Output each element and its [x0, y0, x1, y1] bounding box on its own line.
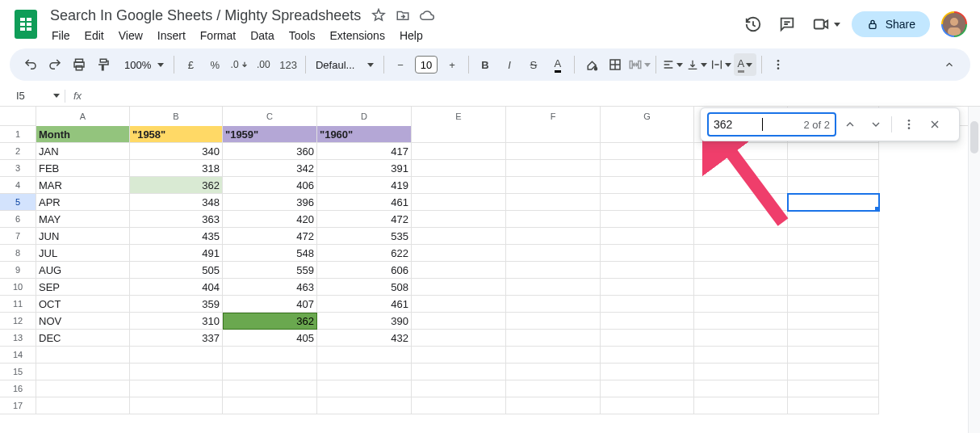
- star-icon[interactable]: [371, 7, 387, 23]
- cell-A14[interactable]: [36, 347, 130, 364]
- cell-H16[interactable]: [694, 380, 788, 397]
- cell-G10[interactable]: [601, 279, 694, 296]
- cell-G3[interactable]: [601, 160, 694, 177]
- cell-G7[interactable]: [601, 228, 694, 245]
- cell-H5[interactable]: [694, 194, 788, 211]
- cell-D14[interactable]: [317, 347, 412, 364]
- cell-F14[interactable]: [506, 347, 601, 364]
- currency-button[interactable]: £: [179, 53, 202, 76]
- bold-button[interactable]: B: [474, 53, 496, 76]
- cell-E14[interactable]: [412, 347, 506, 364]
- find-input[interactable]: 362: [714, 118, 762, 131]
- cell-E3[interactable]: [412, 160, 506, 177]
- history-icon[interactable]: [742, 13, 764, 36]
- cell-C5[interactable]: 396: [223, 194, 317, 211]
- cell-I9[interactable]: [788, 262, 879, 279]
- cell-D12[interactable]: 390: [317, 313, 412, 330]
- cell-G17[interactable]: [601, 397, 694, 414]
- cell-B4[interactable]: 362: [130, 177, 223, 194]
- column-header-C[interactable]: C: [223, 107, 317, 126]
- row-header-6[interactable]: 6: [0, 211, 36, 228]
- cell-C1[interactable]: "1959": [223, 126, 317, 143]
- cell-E1[interactable]: [412, 126, 506, 143]
- collapse-toolbar-button[interactable]: [938, 53, 961, 76]
- name-box[interactable]: I5: [0, 90, 65, 102]
- cell-D8[interactable]: 622: [317, 245, 412, 262]
- row-header-2[interactable]: 2: [0, 143, 36, 160]
- row-header-16[interactable]: 16: [0, 380, 36, 397]
- strike-button[interactable]: S: [522, 53, 545, 76]
- paint-format-button[interactable]: [92, 53, 115, 76]
- column-header-F[interactable]: F: [506, 107, 601, 126]
- cell-E13[interactable]: [412, 330, 506, 347]
- cell-D7[interactable]: 535: [317, 228, 412, 245]
- increase-font-button[interactable]: +: [441, 53, 463, 76]
- cloud-status-icon[interactable]: [419, 7, 435, 23]
- column-header-A[interactable]: A: [36, 107, 130, 126]
- cell-C10[interactable]: 463: [223, 279, 317, 296]
- menu-view[interactable]: View: [112, 26, 149, 45]
- menu-edit[interactable]: Edit: [78, 26, 111, 45]
- menu-insert[interactable]: Insert: [151, 26, 192, 45]
- cell-E15[interactable]: [412, 364, 506, 380]
- move-icon[interactable]: [395, 7, 411, 23]
- valign-button[interactable]: [685, 53, 708, 76]
- merge-button[interactable]: [628, 53, 651, 76]
- find-input-wrap[interactable]: 362 2 of 2: [707, 112, 836, 137]
- cell-I7[interactable]: [788, 228, 879, 245]
- zoom-selector[interactable]: 100%: [116, 59, 169, 71]
- cell-F3[interactable]: [506, 160, 601, 177]
- cell-I16[interactable]: [788, 380, 879, 397]
- comments-icon[interactable]: [776, 13, 798, 36]
- cell-F16[interactable]: [506, 380, 601, 397]
- cell-E17[interactable]: [412, 397, 506, 414]
- column-header-G[interactable]: G: [601, 107, 694, 126]
- cell-E16[interactable]: [412, 380, 506, 397]
- cell-F6[interactable]: [506, 211, 601, 228]
- cell-B10[interactable]: 404: [130, 279, 223, 296]
- wrap-button[interactable]: [710, 53, 732, 76]
- vertical-scrollbar[interactable]: [968, 107, 980, 433]
- cell-B1[interactable]: "1958": [130, 126, 223, 143]
- cell-B3[interactable]: 318: [130, 160, 223, 177]
- cell-E11[interactable]: [412, 296, 506, 313]
- cell-A12[interactable]: NOV: [36, 313, 130, 330]
- cell-G12[interactable]: [601, 313, 694, 330]
- cell-C4[interactable]: 406: [223, 177, 317, 194]
- cell-H12[interactable]: [694, 313, 788, 330]
- font-size-input[interactable]: [415, 56, 438, 74]
- cell-D4[interactable]: 419: [317, 177, 412, 194]
- cell-A4[interactable]: MAR: [36, 177, 130, 194]
- cell-C17[interactable]: [223, 397, 317, 414]
- cell-D9[interactable]: 606: [317, 262, 412, 279]
- cell-H9[interactable]: [694, 262, 788, 279]
- cell-G8[interactable]: [601, 245, 694, 262]
- cell-B17[interactable]: [130, 397, 223, 414]
- undo-button[interactable]: [19, 53, 42, 76]
- document-title[interactable]: Search In Google Sheets / Mighty Spreads…: [45, 6, 366, 25]
- cell-F12[interactable]: [506, 313, 601, 330]
- cell-I2[interactable]: [788, 143, 879, 160]
- cell-A7[interactable]: JUN: [36, 228, 130, 245]
- row-header-11[interactable]: 11: [0, 296, 36, 313]
- cell-E2[interactable]: [412, 143, 506, 160]
- cell-G2[interactable]: [601, 143, 694, 160]
- cell-B7[interactable]: 435: [130, 228, 223, 245]
- decrease-font-button[interactable]: −: [389, 53, 412, 76]
- cell-D13[interactable]: 432: [317, 330, 412, 347]
- cell-A10[interactable]: SEP: [36, 279, 130, 296]
- cell-F2[interactable]: [506, 143, 601, 160]
- share-button[interactable]: Share: [852, 11, 930, 37]
- row-header-17[interactable]: 17: [0, 397, 36, 414]
- redo-button[interactable]: [44, 53, 66, 76]
- row-header-4[interactable]: 4: [0, 177, 36, 194]
- cell-I10[interactable]: [788, 279, 879, 296]
- find-prev-button[interactable]: [838, 112, 862, 137]
- cell-C16[interactable]: [223, 380, 317, 397]
- cell-C14[interactable]: [223, 347, 317, 364]
- row-header-15[interactable]: 15: [0, 364, 36, 380]
- cell-D16[interactable]: [317, 380, 412, 397]
- cell-I6[interactable]: [788, 211, 879, 228]
- cell-D10[interactable]: 508: [317, 279, 412, 296]
- cell-A1[interactable]: Month: [36, 126, 130, 143]
